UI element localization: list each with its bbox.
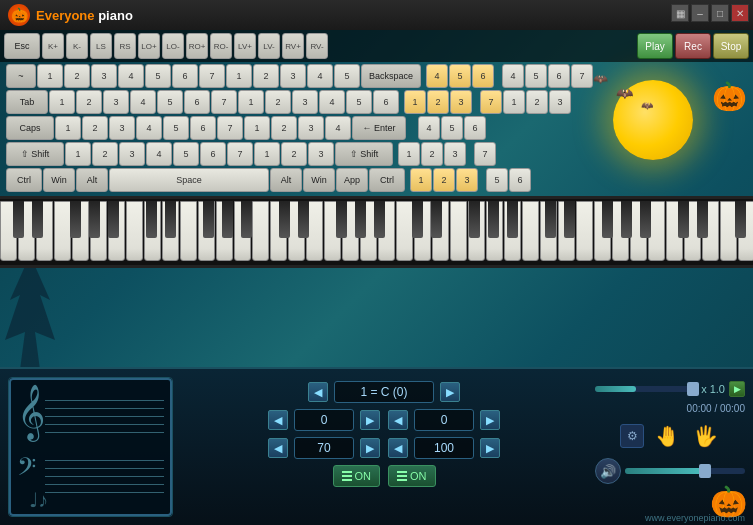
nr-3-extra[interactable]: 3 <box>549 90 571 114</box>
a1b[interactable]: 1 <box>244 116 270 140</box>
left-hand-btn[interactable]: 🤚 <box>652 424 682 448</box>
z5[interactable]: 5 <box>173 142 199 166</box>
ro-minus-btn[interactable]: RO- <box>210 33 232 59</box>
black-key[interactable] <box>564 201 575 238</box>
lo-plus-btn[interactable]: LO+ <box>138 33 160 59</box>
nr-7[interactable]: 7 <box>480 90 502 114</box>
q3[interactable]: 3 <box>103 90 129 114</box>
black-key[interactable] <box>602 201 613 238</box>
black-key[interactable] <box>89 201 100 238</box>
black-key[interactable] <box>412 201 423 238</box>
nr-1[interactable]: 1 <box>404 90 426 114</box>
black-key[interactable] <box>469 201 480 238</box>
black-key[interactable] <box>374 201 385 238</box>
q3b[interactable]: 3 <box>292 90 318 114</box>
a4[interactable]: 4 <box>136 116 162 140</box>
white-key[interactable] <box>396 201 413 261</box>
key-5[interactable]: 5 <box>145 64 171 88</box>
black-key[interactable] <box>355 201 366 238</box>
q1[interactable]: 1 <box>49 90 75 114</box>
k-minus-btn[interactable]: K- <box>66 33 88 59</box>
black-key[interactable] <box>146 201 157 238</box>
num-7c[interactable]: 7 <box>571 64 593 88</box>
white-key[interactable] <box>180 201 197 261</box>
black-key[interactable] <box>336 201 347 238</box>
speed-slider-thumb[interactable] <box>687 382 699 396</box>
backspace-key[interactable]: Backspace <box>361 64 421 88</box>
white-key[interactable] <box>252 201 269 261</box>
a1[interactable]: 1 <box>55 116 81 140</box>
z3b[interactable]: 3 <box>308 142 334 166</box>
black-key[interactable] <box>13 201 24 238</box>
play-button[interactable]: Play <box>637 33 673 59</box>
nr3-4[interactable]: 4 <box>418 116 440 140</box>
z1b[interactable]: 1 <box>254 142 280 166</box>
black-key[interactable] <box>241 201 252 238</box>
black-key[interactable] <box>678 201 689 238</box>
black-key[interactable] <box>507 201 518 238</box>
z7[interactable]: 7 <box>227 142 253 166</box>
a2[interactable]: 2 <box>82 116 108 140</box>
q1b[interactable]: 1 <box>238 90 264 114</box>
nr-2b[interactable]: 2 <box>526 90 548 114</box>
black-key[interactable] <box>735 201 746 238</box>
volume-track[interactable] <box>625 468 745 474</box>
z1[interactable]: 1 <box>65 142 91 166</box>
black-key[interactable] <box>32 201 43 238</box>
black-key[interactable] <box>621 201 632 238</box>
val1-next[interactable]: ▶ <box>360 410 380 430</box>
key-prev-btn[interactable]: ◀ <box>308 382 328 402</box>
num-5c[interactable]: 5 <box>525 64 547 88</box>
nr4-2[interactable]: 2 <box>421 142 443 166</box>
alt-key[interactable]: Alt <box>76 168 108 192</box>
z2b[interactable]: 2 <box>281 142 307 166</box>
tempo-prev[interactable]: ◀ <box>268 438 288 458</box>
key-7[interactable]: 7 <box>199 64 225 88</box>
key-4[interactable]: 4 <box>118 64 144 88</box>
black-key[interactable] <box>431 201 442 238</box>
val2-prev[interactable]: ◀ <box>388 410 408 430</box>
space-key[interactable]: Space <box>109 168 269 192</box>
nr5-6[interactable]: 6 <box>509 168 531 192</box>
win-key[interactable]: Win <box>43 168 75 192</box>
nr3-5[interactable]: 5 <box>441 116 463 140</box>
rs-btn[interactable]: RS <box>114 33 136 59</box>
black-key[interactable] <box>165 201 176 238</box>
a4b[interactable]: 4 <box>325 116 351 140</box>
ctrl-key[interactable]: Ctrl <box>6 168 42 192</box>
caps-key[interactable]: Caps <box>6 116 54 140</box>
nr3-6[interactable]: 6 <box>464 116 486 140</box>
grid-btn[interactable]: ▦ <box>671 4 689 22</box>
tempo-next[interactable]: ▶ <box>360 438 380 458</box>
a7[interactable]: 7 <box>217 116 243 140</box>
ralt-key[interactable]: Alt <box>270 168 302 192</box>
a6[interactable]: 6 <box>190 116 216 140</box>
z6[interactable]: 6 <box>200 142 226 166</box>
nr5-2[interactable]: 2 <box>433 168 455 192</box>
black-key[interactable] <box>640 201 651 238</box>
a3b[interactable]: 3 <box>298 116 324 140</box>
black-key[interactable] <box>298 201 309 238</box>
nr4-1[interactable]: 1 <box>398 142 420 166</box>
num-4[interactable]: 4 <box>426 64 448 88</box>
white-key[interactable] <box>450 201 467 261</box>
app-key[interactable]: App <box>336 168 368 192</box>
rv-minus-btn[interactable]: RV- <box>306 33 328 59</box>
key-2[interactable]: 2 <box>64 64 90 88</box>
lshift-key[interactable]: ⇧ Shift <box>6 142 64 166</box>
white-key[interactable] <box>54 201 71 261</box>
black-key[interactable] <box>203 201 214 238</box>
z4[interactable]: 4 <box>146 142 172 166</box>
a3[interactable]: 3 <box>109 116 135 140</box>
key-next-btn[interactable]: ▶ <box>440 382 460 402</box>
q6b[interactable]: 6 <box>373 90 399 114</box>
speed-play-btn[interactable]: ▶ <box>729 381 745 397</box>
q5b[interactable]: 5 <box>346 90 372 114</box>
black-key[interactable] <box>545 201 556 238</box>
nr4-3[interactable]: 3 <box>444 142 466 166</box>
maximize-btn[interactable]: □ <box>711 4 729 22</box>
stop-button[interactable]: Stop <box>713 33 749 59</box>
num-5[interactable]: 5 <box>449 64 471 88</box>
nr5-1[interactable]: 1 <box>410 168 432 192</box>
vol-next[interactable]: ▶ <box>480 438 500 458</box>
